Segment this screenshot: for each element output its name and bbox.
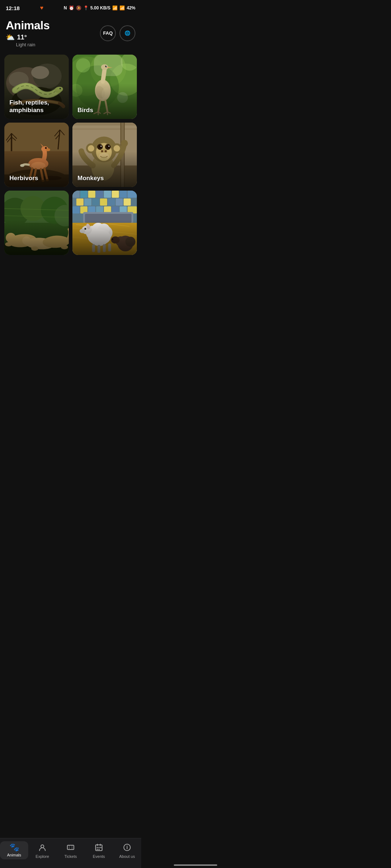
weather-icon: ⛅ [6, 33, 15, 42]
svg-point-46 [42, 180, 45, 182]
svg-point-90 [5, 242, 12, 246]
weather-description: Light rain [16, 42, 50, 47]
category-card-monkeys[interactable]: Monkeys [72, 123, 137, 187]
svg-point-14 [76, 58, 91, 73]
alarm-icon: ⏰ [69, 5, 74, 10]
svg-point-144 [111, 237, 120, 244]
fish-reptiles-label: Fish, reptiles,amphibians [9, 99, 49, 114]
battery: 42% [127, 5, 135, 10]
page-title: Animals [6, 19, 50, 32]
signal-icon: 📶 [119, 5, 125, 10]
header: Animals ⛅ 11° Light rain FAQ 🌐 [0, 16, 141, 52]
svg-rect-108 [116, 199, 123, 206]
status-bar: 12:18 ♥ N ⏰ 🔕 📍 5.00 KB/S 📶 📶 42% [0, 0, 141, 16]
category-card-fish-reptiles[interactable]: Fish, reptiles,amphibians [4, 55, 69, 119]
svg-point-74 [121, 140, 128, 147]
svg-point-21 [105, 65, 107, 67]
svg-rect-97 [88, 191, 96, 198]
svg-point-135 [84, 228, 86, 230]
svg-point-16 [117, 92, 128, 103]
svg-rect-96 [80, 191, 88, 198]
svg-rect-105 [92, 199, 99, 206]
category-card-predators[interactable] [4, 191, 69, 255]
svg-point-5 [31, 66, 49, 79]
location-icon: 📍 [83, 5, 89, 10]
svg-point-36 [31, 162, 46, 169]
svg-point-38 [46, 148, 50, 151]
svg-rect-109 [123, 199, 131, 206]
faq-label: FAQ [103, 30, 113, 36]
svg-rect-51 [72, 123, 137, 125]
svg-point-134 [80, 229, 85, 233]
svg-rect-95 [72, 191, 80, 198]
weather-block: ⛅ 11° Light rain [6, 32, 50, 47]
svg-point-143 [125, 237, 135, 247]
wifi-icon: 📶 [112, 5, 118, 10]
svg-rect-106 [100, 199, 107, 206]
category-card-herbivors[interactable]: Herbivors [4, 123, 69, 187]
svg-rect-139 [103, 244, 106, 252]
header-left: Animals ⛅ 11° Light rain [6, 19, 50, 47]
animals-grid: Fish, reptiles,amphibians [0, 52, 141, 258]
svg-point-92 [31, 246, 38, 251]
globe-button[interactable]: 🌐 [119, 25, 135, 41]
globe-icon: 🌐 [125, 30, 130, 36]
status-icons: N ⏰ 🔕 📍 5.00 KB/S 📶 📶 42% [64, 5, 135, 10]
svg-rect-18 [94, 55, 122, 76]
svg-rect-100 [112, 191, 119, 198]
category-card-birds[interactable]: Birds [72, 55, 137, 119]
data-speed: 5.00 KB/S [91, 5, 110, 10]
svg-rect-102 [127, 191, 137, 198]
svg-rect-99 [104, 191, 111, 198]
svg-rect-101 [120, 191, 127, 198]
svg-point-67 [105, 150, 107, 152]
mute-icon: 🔕 [76, 5, 81, 10]
monkeys-label: Monkeys [77, 174, 104, 182]
svg-point-20 [101, 64, 108, 70]
svg-point-91 [61, 245, 68, 249]
svg-rect-110 [72, 207, 80, 214]
svg-point-66 [101, 150, 103, 152]
svg-point-8 [59, 88, 61, 89]
svg-point-47 [46, 179, 49, 181]
herbivors-label: Herbivors [9, 174, 38, 182]
svg-point-73 [114, 145, 120, 152]
svg-point-22 [106, 66, 107, 67]
svg-rect-137 [92, 244, 95, 252]
svg-point-48 [20, 164, 25, 167]
svg-rect-104 [84, 199, 92, 206]
svg-rect-103 [76, 199, 84, 206]
svg-rect-107 [108, 199, 115, 206]
svg-point-86 [6, 233, 16, 243]
svg-rect-52 [72, 128, 137, 130]
category-card-farm[interactable] [72, 191, 137, 255]
svg-point-64 [108, 146, 109, 147]
farm-image [72, 191, 137, 255]
svg-rect-138 [97, 245, 100, 253]
predators-image [4, 191, 69, 255]
network-icon: N [64, 5, 67, 10]
svg-point-145 [112, 239, 113, 240]
weather-row: ⛅ 11° [6, 33, 50, 42]
svg-point-39 [45, 147, 47, 149]
svg-point-71 [88, 145, 94, 152]
header-actions: FAQ 🌐 [100, 25, 135, 41]
svg-point-63 [101, 146, 102, 147]
status-time: 12:18 [6, 5, 20, 11]
heart-icon: ♥ [40, 5, 43, 11]
weather-temp: 11° [17, 34, 27, 41]
faq-button[interactable]: FAQ [100, 25, 116, 41]
svg-rect-98 [96, 191, 103, 198]
svg-rect-140 [108, 243, 111, 251]
svg-point-88 [22, 237, 31, 245]
svg-point-69 [100, 156, 108, 161]
svg-rect-119 [85, 214, 132, 223]
birds-label: Birds [77, 106, 93, 114]
